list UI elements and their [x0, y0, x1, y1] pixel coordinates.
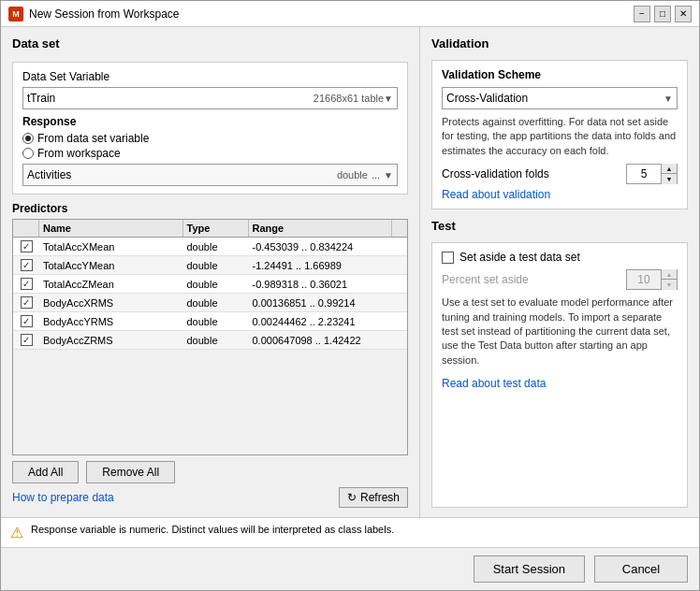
percent-label: Percent set aside [442, 273, 619, 286]
cv-folds-down[interactable]: ▼ [662, 174, 677, 184]
validation-description: Protects against overfitting. For data n… [442, 115, 678, 158]
dataset-type: 21668x61 table [206, 93, 385, 104]
add-all-button[interactable]: Add All [12, 461, 79, 483]
percent-up[interactable]: ▲ [662, 269, 677, 280]
refresh-button[interactable]: ↻ Refresh [339, 487, 408, 508]
dataset-dropdown-arrow: ▼ [384, 94, 393, 104]
footer: Start Session Cancel [1, 547, 699, 590]
activities-type: double [71, 169, 368, 180]
warning-icon: ⚠ [10, 524, 23, 541]
how-to-prepare-link[interactable]: How to prepare data [12, 491, 114, 504]
percent-down[interactable]: ▼ [662, 280, 677, 290]
validation-title: Validation [431, 36, 688, 50]
test-section: Set aside a test data set Percent set as… [431, 242, 688, 508]
start-session-button[interactable]: Start Session [474, 555, 585, 583]
warning-bar: ⚠ Response variable is numeric. Distinct… [1, 517, 699, 547]
cv-folds-spinner[interactable]: ▲ ▼ [626, 164, 678, 184]
window-controls: − □ ✕ [634, 6, 692, 22]
cv-folds-up[interactable]: ▲ [662, 164, 677, 174]
dataset-value: tTrain [27, 92, 206, 105]
app-icon: M [8, 7, 23, 22]
activities-extra: ... [372, 169, 380, 180]
row-range: -0.453039 .. 0.834224 [249, 238, 393, 255]
activities-value: Activities [27, 168, 71, 181]
close-button[interactable]: ✕ [675, 6, 692, 22]
refresh-icon: ↻ [347, 491, 357, 504]
row-checkbox[interactable] [21, 278, 33, 290]
percent-value[interactable] [627, 273, 661, 286]
dataset-variable-label: Data Set Variable [22, 70, 398, 83]
right-panel: Validation Validation Scheme Cross-Valid… [420, 27, 699, 517]
row-name: TotalAccYMean [39, 257, 183, 274]
validation-scheme-value: Cross-Validation [446, 92, 664, 105]
row-checkbox[interactable] [21, 315, 33, 327]
percent-row: Percent set aside ▲ ▼ [442, 269, 678, 290]
read-about-test-link[interactable]: Read about test data [442, 377, 546, 390]
warning-text: Response variable is numeric. Distinct v… [31, 524, 394, 535]
row-checkbox[interactable] [21, 296, 33, 309]
title-bar: M New Session from Workspace − □ ✕ [1, 1, 699, 27]
remove-all-button[interactable]: Remove All [86, 461, 175, 483]
set-aside-row: Set aside a test data set [442, 251, 678, 264]
set-aside-label: Set aside a test data set [459, 251, 580, 264]
row-type: double [183, 332, 249, 349]
row-scroll [392, 300, 407, 306]
row-range: -1.24491 .. 1.66989 [249, 257, 393, 274]
row-range: -0.989318 .. 0.36021 [249, 276, 393, 293]
validation-dropdown-arrow: ▼ [664, 94, 673, 104]
table-row: TotalAccXMean double -0.453039 .. 0.8342… [13, 238, 407, 256]
table-row: BodyAccYRMS double 0.00244462 .. 2.23241 [13, 312, 407, 331]
row-name: BodyAccZRMS [39, 332, 183, 349]
radio-dataset-input[interactable] [22, 133, 34, 144]
row-checkbox-cell[interactable] [13, 256, 39, 274]
row-name: TotalAccXMean [39, 238, 183, 255]
validation-section: Validation Scheme Cross-Validation ▼ Pro… [431, 60, 688, 209]
dataset-section: Data Set Variable tTrain 21668x61 table … [12, 62, 408, 195]
radio-from-workspace[interactable]: From workspace [22, 147, 398, 160]
left-panel: Data set Data Set Variable tTrain 21668x… [1, 27, 420, 517]
predictors-section: Predictors Name Type Range TotalAccXMean… [12, 202, 408, 508]
cv-folds-spin-buttons: ▲ ▼ [661, 164, 677, 184]
validation-scheme-select[interactable]: Cross-Validation ▼ [442, 87, 678, 109]
table-buttons: Add All Remove All [12, 461, 408, 483]
row-name: BodyAccYRMS [39, 313, 183, 330]
cancel-button[interactable]: Cancel [594, 555, 688, 583]
row-checkbox-cell[interactable] [13, 312, 39, 330]
radio-workspace-input[interactable] [22, 148, 34, 159]
col-range: Range [249, 220, 393, 237]
cv-folds-value[interactable] [627, 167, 661, 180]
maximize-button[interactable]: □ [654, 6, 671, 22]
table-body: TotalAccXMean double -0.453039 .. 0.8342… [13, 238, 407, 454]
row-range: 0.000647098 .. 1.42422 [249, 332, 393, 349]
dataset-variable-select[interactable]: tTrain 21668x61 table ▼ [22, 87, 398, 109]
radio-from-dataset[interactable]: From data set variable [22, 132, 398, 145]
row-checkbox[interactable] [21, 334, 33, 346]
test-description: Use a test set to evaluate model perform… [442, 296, 678, 368]
minimize-button[interactable]: − [634, 6, 650, 22]
read-about-validation-link[interactable]: Read about validation [442, 188, 550, 201]
validation-scheme-label: Validation Scheme [442, 68, 678, 81]
row-checkbox[interactable] [21, 259, 33, 271]
col-name: Name [39, 220, 183, 237]
row-checkbox-cell[interactable] [13, 294, 39, 311]
row-range: 0.00244462 .. 2.23241 [249, 313, 393, 330]
predictors-table: Name Type Range TotalAccXMean double -0.… [12, 219, 408, 455]
row-checkbox-cell[interactable] [13, 331, 39, 349]
dataset-section-title: Data set [12, 36, 408, 50]
row-type: double [183, 313, 249, 330]
set-aside-checkbox[interactable] [442, 252, 454, 264]
activities-select[interactable]: Activities double ... ▼ [22, 164, 398, 186]
table-row: BodyAccXRMS double 0.00136851 .. 0.99214 [13, 294, 407, 312]
row-name: TotalAccZMean [39, 276, 183, 293]
table-header: Name Type Range [13, 220, 407, 238]
response-label: Response [22, 115, 398, 128]
percent-spinner[interactable]: ▲ ▼ [626, 269, 678, 290]
row-checkbox-cell[interactable] [13, 238, 39, 255]
row-scroll [392, 281, 407, 287]
table-row: TotalAccZMean double -0.989318 .. 0.3602… [13, 275, 407, 294]
row-type: double [183, 238, 249, 255]
row-checkbox[interactable] [21, 240, 33, 252]
radio-workspace-label: From workspace [37, 147, 121, 160]
row-checkbox-cell[interactable] [13, 275, 39, 293]
predictors-label: Predictors [12, 202, 408, 215]
